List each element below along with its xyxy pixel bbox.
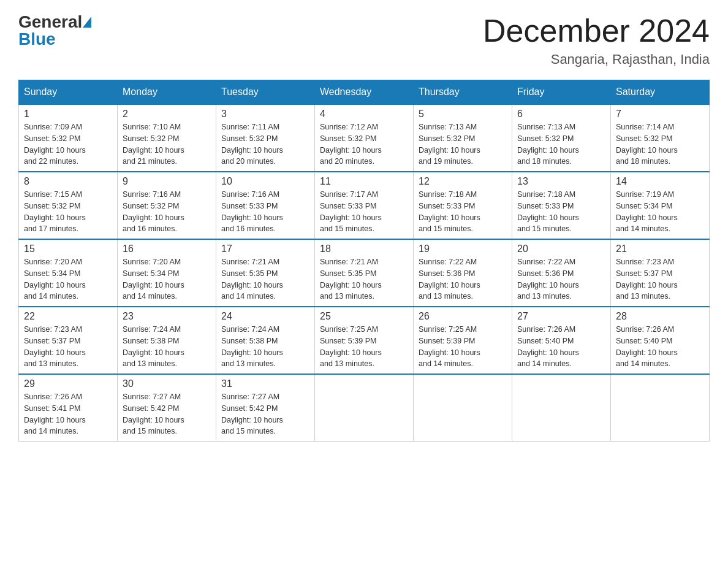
- day-number: 29: [24, 378, 112, 389]
- calendar-cell: 30Sunrise: 7:27 AMSunset: 5:42 PMDayligh…: [118, 374, 216, 442]
- calendar-cell: 7Sunrise: 7:14 AMSunset: 5:32 PMDaylight…: [611, 104, 710, 172]
- calendar-cell: 18Sunrise: 7:21 AMSunset: 5:35 PMDayligh…: [315, 239, 414, 307]
- calendar-cell: 4Sunrise: 7:12 AMSunset: 5:32 PMDaylight…: [315, 104, 414, 172]
- calendar-cell: 12Sunrise: 7:18 AMSunset: 5:33 PMDayligh…: [414, 172, 512, 239]
- col-header-sunday: Sunday: [19, 80, 118, 105]
- day-info: Sunrise: 7:24 AMSunset: 5:38 PMDaylight:…: [221, 324, 309, 370]
- day-info: Sunrise: 7:24 AMSunset: 5:38 PMDaylight:…: [123, 324, 211, 370]
- day-number: 11: [320, 176, 408, 187]
- day-number: 21: [616, 243, 704, 255]
- calendar-cell: 20Sunrise: 7:22 AMSunset: 5:36 PMDayligh…: [512, 239, 611, 307]
- day-number: 24: [221, 311, 309, 322]
- day-info: Sunrise: 7:13 AMSunset: 5:32 PMDaylight:…: [517, 121, 605, 167]
- day-number: 20: [517, 243, 605, 255]
- col-header-saturday: Saturday: [611, 80, 710, 105]
- calendar-cell: 15Sunrise: 7:20 AMSunset: 5:34 PMDayligh…: [19, 239, 118, 307]
- calendar-table: SundayMondayTuesdayWednesdayThursdayFrid…: [18, 80, 710, 442]
- col-header-friday: Friday: [512, 80, 611, 105]
- day-number: 18: [320, 243, 408, 255]
- day-info: Sunrise: 7:17 AMSunset: 5:33 PMDaylight:…: [320, 189, 408, 235]
- day-info: Sunrise: 7:22 AMSunset: 5:36 PMDaylight:…: [419, 256, 507, 302]
- day-info: Sunrise: 7:23 AMSunset: 5:37 PMDaylight:…: [616, 256, 704, 302]
- day-info: Sunrise: 7:22 AMSunset: 5:36 PMDaylight:…: [517, 256, 605, 302]
- col-header-wednesday: Wednesday: [315, 80, 414, 105]
- day-number: 10: [221, 176, 309, 187]
- day-info: Sunrise: 7:12 AMSunset: 5:32 PMDaylight:…: [320, 121, 408, 167]
- logo-arrow-icon: [83, 17, 91, 28]
- page-header: General Blue December 2024 Sangaria, Raj…: [18, 12, 710, 67]
- day-info: Sunrise: 7:27 AMSunset: 5:42 PMDaylight:…: [123, 391, 211, 437]
- calendar-cell: 28Sunrise: 7:26 AMSunset: 5:40 PMDayligh…: [611, 307, 710, 374]
- day-info: Sunrise: 7:27 AMSunset: 5:42 PMDaylight:…: [221, 391, 309, 437]
- day-info: Sunrise: 7:23 AMSunset: 5:37 PMDaylight:…: [24, 324, 112, 370]
- day-number: 4: [320, 109, 408, 120]
- calendar-week-row: 1Sunrise: 7:09 AMSunset: 5:32 PMDaylight…: [19, 104, 710, 172]
- calendar-cell: [512, 374, 611, 442]
- calendar-cell: 10Sunrise: 7:16 AMSunset: 5:33 PMDayligh…: [216, 172, 315, 239]
- calendar-cell: 14Sunrise: 7:19 AMSunset: 5:34 PMDayligh…: [611, 172, 710, 239]
- day-number: 9: [123, 176, 211, 187]
- day-info: Sunrise: 7:15 AMSunset: 5:32 PMDaylight:…: [24, 189, 112, 235]
- day-number: 14: [616, 176, 704, 187]
- calendar-cell: 8Sunrise: 7:15 AMSunset: 5:32 PMDaylight…: [19, 172, 118, 239]
- calendar-week-row: 29Sunrise: 7:26 AMSunset: 5:41 PMDayligh…: [19, 374, 710, 442]
- calendar-cell: 11Sunrise: 7:17 AMSunset: 5:33 PMDayligh…: [315, 172, 414, 239]
- day-number: 1: [24, 109, 112, 120]
- calendar-header-row: SundayMondayTuesdayWednesdayThursdayFrid…: [19, 80, 710, 105]
- calendar-cell: 9Sunrise: 7:16 AMSunset: 5:32 PMDaylight…: [118, 172, 216, 239]
- day-number: 12: [419, 176, 507, 187]
- col-header-tuesday: Tuesday: [216, 80, 315, 105]
- calendar-cell: 5Sunrise: 7:13 AMSunset: 5:32 PMDaylight…: [414, 104, 512, 172]
- title-section: December 2024 Sangaria, Rajasthan, India: [483, 12, 710, 67]
- day-number: 16: [123, 243, 211, 255]
- day-info: Sunrise: 7:25 AMSunset: 5:39 PMDaylight:…: [419, 324, 507, 370]
- day-number: 5: [419, 109, 507, 120]
- calendar-cell: 2Sunrise: 7:10 AMSunset: 5:32 PMDaylight…: [118, 104, 216, 172]
- day-info: Sunrise: 7:18 AMSunset: 5:33 PMDaylight:…: [517, 189, 605, 235]
- day-info: Sunrise: 7:26 AMSunset: 5:40 PMDaylight:…: [616, 324, 704, 370]
- day-number: 26: [419, 311, 507, 322]
- day-number: 8: [24, 176, 112, 187]
- calendar-cell: [414, 374, 512, 442]
- calendar-cell: 1Sunrise: 7:09 AMSunset: 5:32 PMDaylight…: [19, 104, 118, 172]
- day-number: 2: [123, 109, 211, 120]
- calendar-cell: 26Sunrise: 7:25 AMSunset: 5:39 PMDayligh…: [414, 307, 512, 374]
- day-number: 3: [221, 109, 309, 120]
- day-number: 31: [221, 378, 309, 389]
- day-info: Sunrise: 7:09 AMSunset: 5:32 PMDaylight:…: [24, 121, 112, 167]
- day-info: Sunrise: 7:25 AMSunset: 5:39 PMDaylight:…: [320, 324, 408, 370]
- day-info: Sunrise: 7:13 AMSunset: 5:32 PMDaylight:…: [419, 121, 507, 167]
- day-number: 6: [517, 109, 605, 120]
- day-info: Sunrise: 7:18 AMSunset: 5:33 PMDaylight:…: [419, 189, 507, 235]
- location-subtitle: Sangaria, Rajasthan, India: [483, 52, 710, 67]
- calendar-cell: 23Sunrise: 7:24 AMSunset: 5:38 PMDayligh…: [118, 307, 216, 374]
- calendar-cell: 13Sunrise: 7:18 AMSunset: 5:33 PMDayligh…: [512, 172, 611, 239]
- day-number: 23: [123, 311, 211, 322]
- logo-blue-text: Blue: [18, 29, 92, 49]
- day-number: 30: [123, 378, 211, 389]
- calendar-cell: 3Sunrise: 7:11 AMSunset: 5:32 PMDaylight…: [216, 104, 315, 172]
- day-info: Sunrise: 7:20 AMSunset: 5:34 PMDaylight:…: [24, 256, 112, 302]
- calendar-cell: [315, 374, 414, 442]
- col-header-thursday: Thursday: [414, 80, 512, 105]
- day-number: 27: [517, 311, 605, 322]
- day-number: 19: [419, 243, 507, 255]
- day-number: 13: [517, 176, 605, 187]
- day-info: Sunrise: 7:20 AMSunset: 5:34 PMDaylight:…: [123, 256, 211, 302]
- calendar-cell: 19Sunrise: 7:22 AMSunset: 5:36 PMDayligh…: [414, 239, 512, 307]
- month-title: December 2024: [483, 12, 710, 49]
- day-info: Sunrise: 7:21 AMSunset: 5:35 PMDaylight:…: [320, 256, 408, 302]
- day-number: 17: [221, 243, 309, 255]
- calendar-cell: 17Sunrise: 7:21 AMSunset: 5:35 PMDayligh…: [216, 239, 315, 307]
- calendar-cell: 6Sunrise: 7:13 AMSunset: 5:32 PMDaylight…: [512, 104, 611, 172]
- day-info: Sunrise: 7:10 AMSunset: 5:32 PMDaylight:…: [123, 121, 211, 167]
- day-number: 25: [320, 311, 408, 322]
- day-info: Sunrise: 7:26 AMSunset: 5:40 PMDaylight:…: [517, 324, 605, 370]
- day-number: 7: [616, 109, 704, 120]
- calendar-cell: 22Sunrise: 7:23 AMSunset: 5:37 PMDayligh…: [19, 307, 118, 374]
- calendar-cell: 31Sunrise: 7:27 AMSunset: 5:42 PMDayligh…: [216, 374, 315, 442]
- calendar-cell: 25Sunrise: 7:25 AMSunset: 5:39 PMDayligh…: [315, 307, 414, 374]
- day-info: Sunrise: 7:11 AMSunset: 5:32 PMDaylight:…: [221, 121, 309, 167]
- day-info: Sunrise: 7:19 AMSunset: 5:34 PMDaylight:…: [616, 189, 704, 235]
- day-number: 15: [24, 243, 112, 255]
